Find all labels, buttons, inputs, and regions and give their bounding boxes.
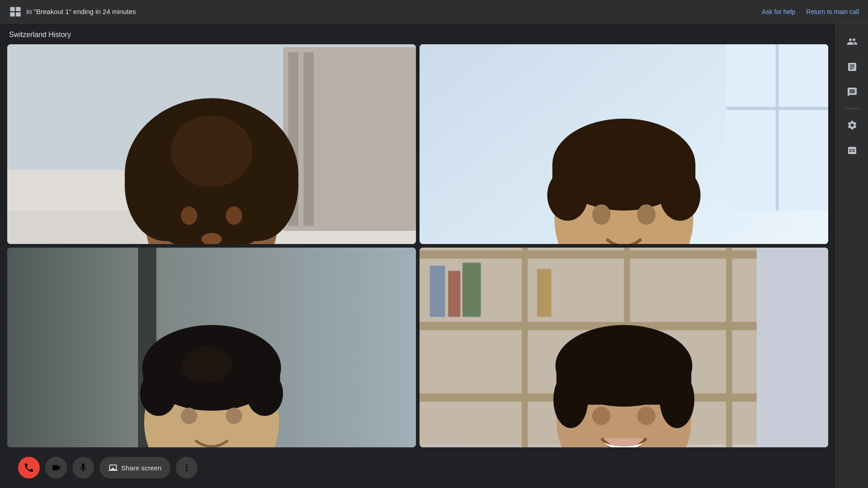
people-icon <box>847 36 858 47</box>
svg-rect-62 <box>430 266 445 317</box>
settings-button[interactable] <box>841 114 863 136</box>
camera-button[interactable] <box>45 457 67 479</box>
svg-point-37 <box>637 204 656 225</box>
svg-point-35 <box>660 170 700 221</box>
share-screen-label: Share screen <box>121 464 161 472</box>
return-to-main-link[interactable]: Return to main call <box>806 8 859 15</box>
svg-point-36 <box>592 204 611 225</box>
share-screen-button[interactable]: Share screen <box>99 457 170 479</box>
svg-point-79 <box>592 407 611 425</box>
video-grid <box>7 44 828 447</box>
video-tile-4 <box>420 248 828 447</box>
svg-rect-1 <box>16 7 20 11</box>
svg-point-18 <box>171 116 253 187</box>
svg-point-52 <box>226 408 242 424</box>
chat-icon <box>847 87 858 98</box>
end-call-button[interactable] <box>18 457 40 479</box>
top-bar-left: In "Breakout 1" ending in 24 minutes <box>9 5 762 18</box>
sidebar-divider <box>845 108 859 109</box>
breakout-icon <box>9 5 22 18</box>
svg-point-20 <box>226 206 242 225</box>
svg-rect-65 <box>537 269 552 317</box>
activities-icon <box>847 61 858 72</box>
svg-rect-3 <box>16 12 20 16</box>
mic-icon <box>78 463 88 473</box>
main-content: Switzerland History <box>0 23 868 488</box>
svg-point-77 <box>553 371 588 428</box>
activities-button[interactable] <box>841 56 863 78</box>
svg-point-19 <box>181 206 197 225</box>
svg-rect-64 <box>462 263 481 317</box>
svg-rect-8 <box>303 52 314 226</box>
svg-rect-61 <box>726 248 732 447</box>
svg-point-78 <box>660 371 694 428</box>
share-screen-icon <box>108 463 118 472</box>
svg-point-50 <box>181 347 232 383</box>
svg-point-51 <box>181 408 197 424</box>
ask-for-help-link[interactable]: Ask for help <box>762 8 795 15</box>
bottom-toolbar: Share screen <box>7 447 828 488</box>
chat-button[interactable] <box>841 81 863 103</box>
video-tile-1 <box>7 44 416 244</box>
end-call-icon <box>24 462 34 473</box>
video-tile-3 <box>7 248 416 447</box>
room-title: Switzerland History <box>7 31 828 39</box>
camera-icon <box>51 463 61 473</box>
svg-point-80 <box>637 407 656 425</box>
video-area: Switzerland History <box>0 23 835 488</box>
svg-point-81 <box>186 464 188 466</box>
mic-button[interactable] <box>72 457 94 479</box>
right-sidebar <box>835 23 868 488</box>
people-button[interactable] <box>841 31 863 52</box>
svg-point-83 <box>186 470 188 472</box>
svg-point-82 <box>186 467 188 469</box>
settings-icon <box>847 120 858 131</box>
captions-button[interactable] <box>841 140 863 161</box>
svg-point-49 <box>246 371 283 416</box>
top-bar-right: Ask for help Return to main call <box>762 8 859 15</box>
top-bar: In "Breakout 1" ending in 24 minutes Ask… <box>0 0 868 23</box>
more-options-icon <box>182 463 192 473</box>
svg-point-48 <box>140 371 177 416</box>
svg-rect-6 <box>283 47 416 231</box>
svg-rect-2 <box>10 12 14 16</box>
captions-icon <box>847 145 858 156</box>
video-tile-2 <box>420 44 828 244</box>
svg-rect-66 <box>757 248 828 447</box>
svg-rect-59 <box>522 248 528 447</box>
svg-point-34 <box>547 170 588 221</box>
breakout-notice-text: In "Breakout 1" ending in 24 minutes <box>26 8 136 15</box>
svg-rect-0 <box>10 7 14 11</box>
more-options-button[interactable] <box>176 457 198 479</box>
svg-rect-63 <box>448 271 460 317</box>
